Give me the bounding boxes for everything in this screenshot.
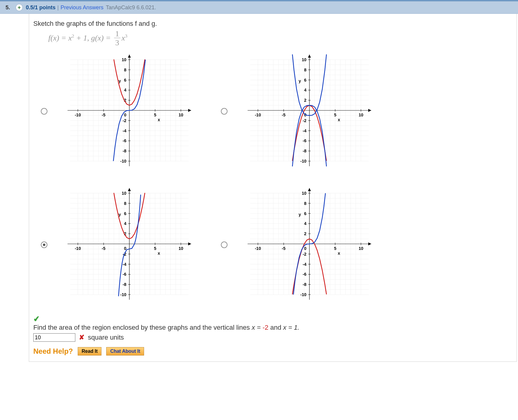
svg-text:-4: -4 [303, 262, 307, 267]
wrong-x-icon: ✘ [79, 334, 84, 341]
answer-row: ✘ square units [33, 333, 512, 342]
formula-den: 3 [114, 38, 120, 47]
option-a-radio[interactable] [41, 108, 47, 115]
option-d-radio[interactable] [221, 242, 227, 248]
svg-text:-8: -8 [123, 282, 127, 287]
svg-text:-5: -5 [282, 112, 286, 117]
svg-text:5: 5 [154, 112, 156, 117]
svg-text:-10: -10 [120, 159, 126, 164]
svg-text:10: 10 [359, 112, 363, 117]
svg-text:4: 4 [124, 88, 126, 92]
svg-text:8: 8 [124, 68, 126, 72]
formula-num: 1 [114, 30, 120, 38]
problem-number: 5. [0, 4, 16, 11]
svg-text:-8: -8 [123, 148, 127, 153]
problem-header: 5. + 0.5/1 points | Previous Answers Tan… [0, 1, 518, 14]
area-neg2: -2 [263, 324, 269, 331]
answer-units: square units [88, 334, 124, 341]
previous-answers-link[interactable]: Previous Answers [61, 4, 104, 11]
svg-text:-8: -8 [303, 148, 307, 153]
svg-text:-2: -2 [123, 118, 127, 123]
svg-text:x: x [158, 251, 160, 256]
svg-text:2: 2 [304, 231, 306, 236]
chart-option-a: -10-5510-10-8-6-4-22468100xy [53, 50, 197, 170]
svg-text:-10: -10 [255, 246, 261, 251]
prompt-1: Sketch the graphs of the functions f and… [33, 20, 157, 27]
options-grid: -10-5510-10-8-6-4-22468100xy -10-5510-10… [35, 50, 512, 305]
expand-icon[interactable]: + [16, 4, 23, 11]
formula-tail: x [122, 34, 125, 42]
svg-text:5: 5 [154, 246, 156, 251]
svg-text:0: 0 [304, 246, 306, 251]
svg-text:8: 8 [304, 201, 306, 206]
svg-text:x: x [338, 251, 340, 256]
svg-text:-4: -4 [123, 262, 127, 267]
svg-text:-6: -6 [123, 272, 127, 277]
svg-text:-6: -6 [123, 138, 127, 143]
option-b-radio[interactable] [221, 108, 227, 115]
area-x1: x = [252, 324, 263, 331]
correct-check-icon: ✔ [33, 314, 40, 324]
option-c-radio[interactable] [41, 242, 47, 248]
prompt-text: Sketch the graphs of the functions f and… [33, 20, 512, 28]
chart-option-b: -10-5510-10-8-6-4-22468100xy [233, 50, 377, 170]
svg-text:-5: -5 [282, 246, 286, 251]
formula-lhs: f(x) = x [48, 34, 72, 42]
formula-fraction: 13 [114, 30, 120, 47]
svg-text:x: x [338, 117, 340, 122]
svg-text:2: 2 [304, 98, 306, 103]
svg-text:-5: -5 [102, 112, 106, 117]
svg-text:8: 8 [304, 68, 306, 72]
svg-text:8: 8 [124, 201, 126, 206]
svg-text:y: y [299, 79, 301, 83]
area-x2: x = 1. [283, 324, 299, 331]
svg-text:6: 6 [304, 211, 306, 216]
read-it-button[interactable]: Read It [78, 347, 101, 356]
svg-text:4: 4 [124, 221, 126, 226]
svg-text:-2: -2 [303, 118, 307, 123]
svg-text:10: 10 [122, 191, 126, 196]
svg-text:-4: -4 [123, 128, 127, 133]
svg-text:10: 10 [359, 246, 363, 251]
svg-text:-8: -8 [303, 282, 307, 287]
chart-option-d: -10-5510-10-8-6-4-22468100xy [233, 184, 377, 304]
problem-body: Sketch the graphs of the functions f and… [29, 14, 517, 362]
svg-text:10: 10 [302, 191, 306, 196]
area-and: and [268, 324, 283, 331]
area-prompt-a: Find the area of the region enclosed by … [33, 324, 252, 331]
svg-text:x: x [158, 117, 160, 122]
chart-option-c: -10-5510-10-8-6-4-22468100xy [53, 184, 197, 304]
svg-text:-2: -2 [303, 252, 307, 256]
svg-text:6: 6 [124, 211, 126, 216]
svg-text:10: 10 [179, 246, 183, 251]
points-text: 0.5/1 points [26, 4, 56, 11]
section-id: TanApCalc9 6.6.021. [106, 4, 156, 11]
svg-text:6: 6 [124, 78, 126, 82]
svg-text:0: 0 [124, 112, 126, 117]
svg-text:5: 5 [334, 112, 336, 117]
svg-text:10: 10 [179, 112, 183, 117]
svg-text:4: 4 [304, 88, 306, 92]
svg-text:-10: -10 [255, 112, 261, 117]
formula-plus: + 1, g(x) = [74, 34, 113, 42]
svg-text:-10: -10 [300, 159, 306, 164]
svg-text:-4: -4 [303, 128, 307, 133]
svg-text:6: 6 [304, 78, 306, 82]
svg-text:-5: -5 [102, 246, 106, 251]
answer-input[interactable] [33, 333, 75, 342]
function-formula: f(x) = x2 + 1, g(x) = 13x3 [48, 30, 512, 45]
chat-about-it-button[interactable]: Chat About It [106, 347, 144, 356]
divider-pipe: | [57, 4, 59, 11]
need-help-row: Need Help? Read It Chat About It [33, 347, 512, 356]
svg-text:y: y [299, 212, 301, 217]
svg-text:-10: -10 [75, 112, 81, 117]
svg-text:-10: -10 [120, 292, 126, 297]
svg-text:-10: -10 [300, 292, 306, 297]
need-help-label[interactable]: Need Help? [33, 347, 73, 356]
svg-text:10: 10 [122, 57, 126, 62]
formula-sq: 2 [72, 33, 74, 38]
svg-text:5: 5 [334, 246, 336, 251]
svg-text:-10: -10 [75, 246, 81, 251]
svg-text:4: 4 [304, 221, 306, 226]
area-prompt: Find the area of the region enclosed by … [33, 324, 512, 332]
